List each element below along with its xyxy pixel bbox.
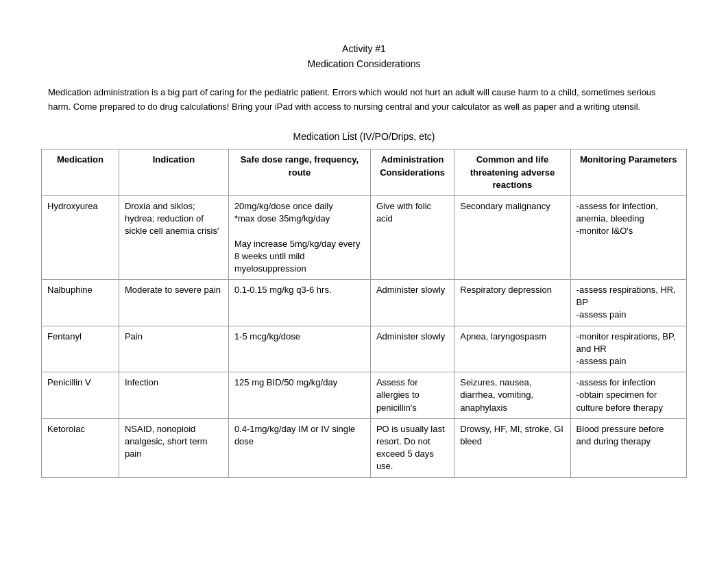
table-row: NalbuphineModerate to severe pain0.1-0.1… bbox=[42, 280, 687, 326]
table-title: Medication List (IV/PO/Drips, etc) bbox=[41, 131, 687, 142]
cell-adverse: Seizures, nausea, diarrhea, vomiting, an… bbox=[454, 372, 570, 419]
medication-table: Medication Indication Safe dose range, f… bbox=[41, 149, 687, 477]
cell-medication: Nalbuphine bbox=[42, 280, 119, 326]
cell-monitoring: Blood pressure before and during therapy bbox=[570, 418, 686, 477]
col-header-adverse: Common and life threatening adverse reac… bbox=[454, 149, 570, 196]
table-row: HydroxyureaDroxia and siklos; hydrea; re… bbox=[42, 195, 687, 279]
table-row: KetorolacNSAID, nonopioid analgesic, sho… bbox=[42, 418, 687, 477]
cell-monitoring: -assess respirations, HR, BP-assess pain bbox=[570, 280, 686, 326]
cell-dose: 0.4-1mg/kg/day IM or IV single dose bbox=[228, 418, 370, 477]
cell-medication: Penicillin V bbox=[42, 372, 119, 419]
cell-indication: Infection bbox=[119, 372, 228, 419]
cell-monitoring: -monitor respirations, BP, and HR-assess… bbox=[570, 326, 686, 372]
table-row: Penicillin VInfection125 mg BID/50 mg/kg… bbox=[42, 372, 687, 419]
cell-admin: Administer slowly bbox=[370, 326, 454, 372]
cell-admin: Administer slowly bbox=[370, 280, 454, 326]
intro-text: Medication administration is a big part … bbox=[41, 86, 687, 115]
col-header-indication: Indication bbox=[119, 149, 228, 196]
title-line2: Medication Considerations bbox=[41, 56, 687, 71]
cell-medication: Fentanyl bbox=[42, 326, 119, 372]
cell-dose: 20mg/kg/dose once daily*max dose 35mg/kg… bbox=[228, 195, 370, 279]
cell-indication: Pain bbox=[119, 326, 228, 372]
cell-dose: 0.1-0.15 mg/kg q3-6 hrs. bbox=[228, 280, 370, 326]
cell-adverse: Secondary malignancy bbox=[454, 195, 570, 279]
cell-admin: Give with folic acid bbox=[370, 195, 454, 279]
cell-indication: Moderate to severe pain bbox=[119, 280, 228, 326]
cell-monitoring: -assess for infection-obtain specimen fo… bbox=[570, 372, 686, 419]
cell-indication: NSAID, nonopioid analgesic, short term p… bbox=[119, 418, 228, 477]
page-container: Activity #1 Medication Considerations Me… bbox=[0, 0, 728, 505]
cell-adverse: Drowsy, HF, MI, stroke, GI bleed bbox=[454, 418, 570, 477]
title-line1: Activity #1 bbox=[41, 41, 687, 56]
cell-adverse: Respiratory depression bbox=[454, 280, 570, 326]
page-title: Activity #1 Medication Considerations bbox=[41, 41, 687, 72]
table-row: FentanylPain1-5 mcg/kg/doseAdminister sl… bbox=[42, 326, 687, 372]
cell-adverse: Apnea, laryngospasm bbox=[454, 326, 570, 372]
col-header-admin: Administration Considerations bbox=[370, 149, 454, 196]
cell-dose: 125 mg BID/50 mg/kg/day bbox=[228, 372, 370, 419]
col-header-dose: Safe dose range, frequency, route bbox=[228, 149, 370, 196]
cell-admin: PO is usually last resort. Do not exceed… bbox=[370, 418, 454, 477]
cell-monitoring: -assess for infection, anemia, bleeding-… bbox=[570, 195, 686, 279]
table-header-row: Medication Indication Safe dose range, f… bbox=[42, 149, 687, 196]
cell-indication: Droxia and siklos; hydrea; reduction of … bbox=[119, 195, 228, 279]
cell-medication: Ketorolac bbox=[42, 418, 119, 477]
cell-medication: Hydroxyurea bbox=[42, 195, 119, 279]
cell-dose: 1-5 mcg/kg/dose bbox=[228, 326, 370, 372]
cell-admin: Assess for allergies to penicillin's bbox=[370, 372, 454, 419]
col-header-monitoring: Monitoring Parameters bbox=[570, 149, 686, 196]
col-header-medication: Medication bbox=[42, 149, 119, 196]
